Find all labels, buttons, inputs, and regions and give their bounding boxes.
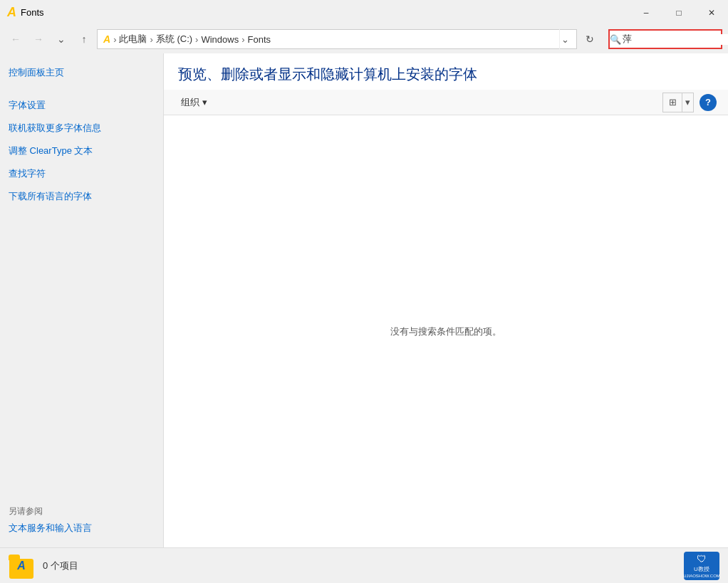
search-icon: 🔍 [610,31,621,48]
watermark-text1: U教授 [694,565,709,573]
sidebar: 控制面板主页 字体设置 联机获取更多字体信息 调整 ClearType 文本 查… [0,53,164,547]
minimize-button[interactable]: – [630,0,662,25]
page-title: 预览、删除或者显示和隐藏计算机上安装的字体 [164,53,728,90]
back-button[interactable]: ← [6,29,26,49]
title-controls: – □ ✕ [630,0,728,25]
watermark-badge: 🛡 U教授 UJIAOSHOW.COM [684,552,719,580]
help-button[interactable]: ? [700,94,717,111]
close-button[interactable]: ✕ [695,0,728,25]
search-bar[interactable]: 🔍 ✕ → [608,29,722,49]
sidebar-link-get-fonts-online[interactable]: 联机获取更多字体信息 [9,120,155,136]
folder-icon: A [9,553,34,579]
control-panel-link[interactable]: 控制面板主页 [9,65,155,80]
window-title: Fonts [21,7,44,18]
also-see-label: 另请参阅 [9,500,155,518]
breadcrumb: A › 此电脑 › 系统 (C:) › Windows › Fonts [103,33,556,46]
breadcrumb-part-1: 此电脑 [119,33,147,46]
breadcrumb-icon: A [103,33,110,45]
folder-a-letter: A [17,560,26,572]
address-bar[interactable]: A › 此电脑 › 系统 (C:) › Windows › Fonts ⌄ [97,29,577,49]
maximize-button[interactable]: □ [662,0,695,25]
recent-locations-button[interactable]: ⌄ [51,29,71,49]
sidebar-link-font-settings[interactable]: 字体设置 [9,98,155,113]
sidebar-link-find-char[interactable]: 查找字符 [9,166,155,182]
refresh-button[interactable]: ↻ [580,29,600,49]
organize-dropdown-icon: ▾ [202,97,207,107]
view-controls: ⊞ ▾ [662,93,694,112]
sidebar-link-text-services[interactable]: 文本服务和输入语言 [9,520,155,536]
address-dropdown-button[interactable]: ⌄ [559,29,571,49]
status-item-count: 0 个项目 [43,560,78,572]
title-bar-left: A Fonts [7,5,44,20]
title-bar: A Fonts – □ ✕ [0,0,728,25]
app-icon: A [7,5,16,20]
view-mode-button[interactable]: ⊞ [662,93,682,112]
breadcrumb-part-3: Windows [201,34,239,45]
content-panel: 预览、删除或者显示和隐藏计算机上安装的字体 组织 ▾ ⊞ ▾ ? 没有与搜索条件… [164,53,728,547]
watermark-icon: 🛡 [697,553,707,564]
toolbar: 组织 ▾ ⊞ ▾ ? [164,90,728,115]
organize-button[interactable]: 组织 ▾ [175,93,213,112]
sidebar-link-cleartype[interactable]: 调整 ClearType 文本 [9,143,155,159]
view-mode-dropdown[interactable]: ▾ [682,93,694,112]
breadcrumb-part-2: 系统 (C:) [156,33,192,46]
main-area: 控制面板主页 字体设置 联机获取更多字体信息 调整 ClearType 文本 查… [0,53,728,547]
watermark-text2: UJIAOSHOW.COM [683,574,720,578]
status-bar: A 0 个项目 🛡 U教授 UJIAOSHOW.COM [0,547,728,583]
organize-label: 组织 [181,96,199,109]
breadcrumb-part-4: Fonts [248,34,271,45]
forward-button[interactable]: → [28,29,48,49]
content-body: 没有与搜索条件匹配的项。 [164,115,728,547]
sidebar-link-download-fonts[interactable]: 下载所有语言的字体 [9,189,155,204]
address-bar-row: ← → ⌄ ↑ A › 此电脑 › 系统 (C:) › Windows › Fo… [0,25,728,53]
search-input[interactable] [621,34,728,45]
no-results-text: 没有与搜索条件匹配的项。 [390,325,501,338]
up-button[interactable]: ↑ [74,29,94,49]
